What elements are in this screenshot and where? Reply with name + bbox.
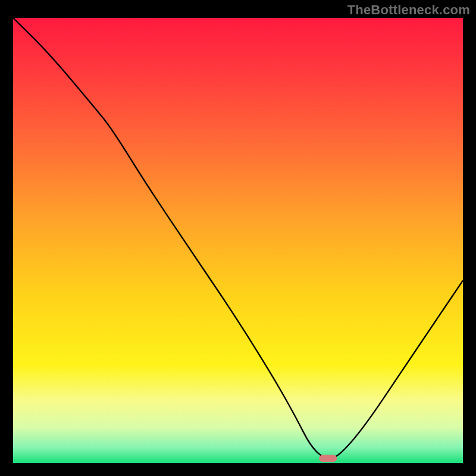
plot-area xyxy=(13,18,463,463)
gradient-background xyxy=(13,18,463,463)
watermark-text: TheBottleneck.com xyxy=(347,2,470,18)
chart-frame: TheBottleneck.com xyxy=(0,0,476,476)
optimal-point-marker xyxy=(319,455,337,462)
bottleneck-chart xyxy=(13,18,463,463)
